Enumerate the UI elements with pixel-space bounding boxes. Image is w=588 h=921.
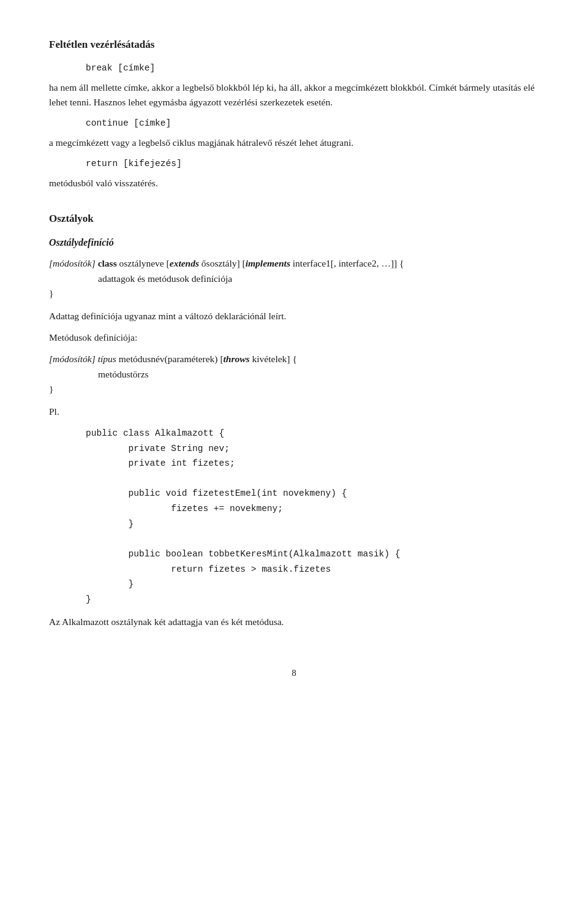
section-osztalyok: Osztályok Osztálydefiníció [módosítók] c… [49,211,539,629]
pl-label: Pl. [49,404,539,420]
code-line-blank1 [86,471,539,487]
metodusok-close: } [49,384,53,394]
code-line-blank2 [86,531,539,547]
code-line-8: return fizetes > masik.fizetes [86,562,539,577]
code-line-4: public void fizetestEmel(int novekmeny) … [86,486,539,501]
break-code: break [címke] [86,61,539,75]
classdef-close: } [49,288,53,298]
classdef-syntax: [módosítók] class osztályneve [extends ő… [49,256,539,301]
code-line-5: fizetes += novekmeny; [86,501,539,517]
code-example-alkalmazott: public class Alkalmazott { private Strin… [86,426,539,607]
classdef-body-text: adattagok és metódusok definíciója [98,271,539,287]
metodusok-syntax: [módosítók] típus metódusnév(paraméterek… [49,352,539,397]
code-line-1: public class Alkalmazott { [86,426,539,441]
section-feltetlen: Feltétlen vezérlésátadás break [címke] h… [49,37,539,191]
classdef-modifier: [módosítók] class osztályneve [extends ő… [49,258,404,268]
code-line-6: } [86,517,539,532]
break-description: ha nem áll mellette címke, akkor a legbe… [49,80,539,111]
code-line-9: } [86,577,539,592]
adattag-desc: Adattag definíciója ugyanaz mint a válto… [49,309,539,324]
section-title-feltetlen: Feltétlen vezérlésátadás [49,37,539,53]
return-code: return [kifejezés] [86,157,539,171]
continue-code: continue [címke] [86,116,539,131]
section-title-osztalyok: Osztályok [49,211,539,227]
summary-text: Az Alkalmazott osztálynak két adattagja … [49,615,539,630]
return-description: metódusból való visszatérés. [49,176,539,191]
code-line-3: private int fizetes; [86,456,539,471]
continue-description: a megcímkézett vagy a legbelső ciklus ma… [49,135,539,151]
metodusok-title: Metódusok definíciója: [49,330,539,346]
page-number: 8 [49,666,539,680]
code-line-7: public boolean tobbetKeresMint(Alkalmazo… [86,547,539,562]
metodusok-line: [módosítók] típus metódusnév(paraméterek… [49,354,297,364]
code-line-2: private String nev; [86,441,539,457]
code-line-10: } [86,592,539,607]
subsection-title-osztdef: Osztálydefiníció [49,235,539,250]
metodusok-body-text: metódustörzs [98,367,539,382]
